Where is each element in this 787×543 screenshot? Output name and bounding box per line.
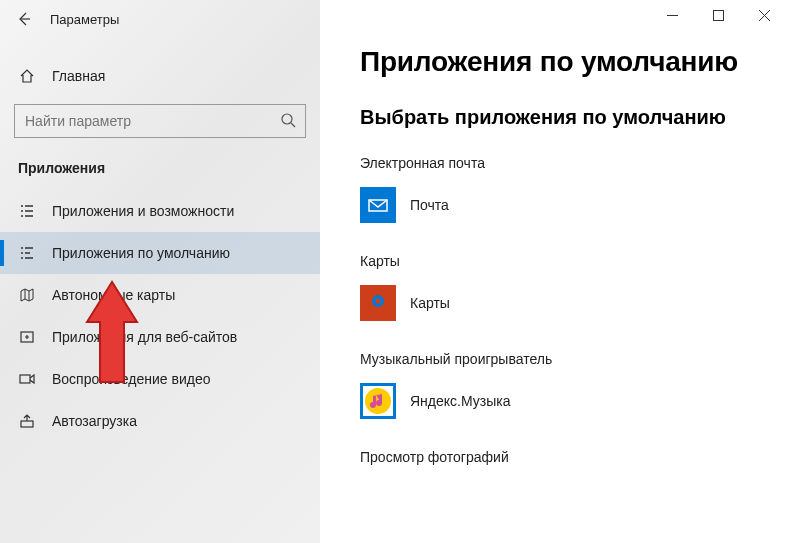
sidebar-section-label: Приложения: [0, 138, 320, 190]
search-container: [14, 104, 306, 138]
search-icon: [280, 112, 296, 132]
sidebar-item-startup[interactable]: Автозагрузка: [0, 400, 320, 442]
sidebar-item-label: Воспроизведение видео: [52, 371, 210, 387]
window-controls: [649, 0, 787, 30]
svg-point-0: [282, 114, 292, 124]
svg-point-8: [376, 299, 381, 304]
map-icon: [18, 286, 36, 304]
default-app-email[interactable]: Почта: [360, 183, 449, 227]
back-button[interactable]: [10, 5, 38, 33]
maps-icon: [360, 285, 396, 321]
app-name: Карты: [410, 295, 450, 311]
sidebar-item-offline-maps[interactable]: Автономные карты: [0, 274, 320, 316]
open-icon: [18, 328, 36, 346]
default-app-music[interactable]: Яндекс.Музыка: [360, 379, 511, 423]
page-heading: Приложения по умолчанию: [360, 46, 747, 78]
home-icon: [18, 68, 36, 84]
home-nav[interactable]: Главная: [0, 60, 320, 92]
maximize-button[interactable]: [695, 0, 741, 30]
sidebar: Параметры Главная Приложения Приложения …: [0, 0, 320, 543]
home-label: Главная: [52, 68, 105, 84]
svg-rect-3: [21, 421, 33, 427]
app-name: Яндекс.Музыка: [410, 393, 511, 409]
app-name: Почта: [410, 197, 449, 213]
default-app-maps[interactable]: Карты: [360, 281, 450, 325]
svg-rect-2: [20, 375, 30, 383]
sidebar-item-label: Приложения и возможности: [52, 203, 234, 219]
search-input[interactable]: [14, 104, 306, 138]
page-subheading: Выбрать приложения по умолчанию: [360, 106, 747, 129]
category-label-email: Электронная почта: [360, 155, 747, 171]
sidebar-item-video-playback[interactable]: Воспроизведение видео: [0, 358, 320, 400]
sidebar-item-default-apps[interactable]: Приложения по умолчанию: [0, 232, 320, 274]
category-label-maps: Карты: [360, 253, 747, 269]
startup-icon: [18, 412, 36, 430]
arrow-left-icon: [16, 11, 32, 27]
music-icon: [360, 383, 396, 419]
list-icon: [18, 202, 36, 220]
sidebar-item-apps-features[interactable]: Приложения и возможности: [0, 190, 320, 232]
defaults-icon: [18, 244, 36, 262]
svg-rect-10: [713, 10, 723, 20]
main-content: Приложения по умолчанию Выбрать приложен…: [320, 0, 787, 543]
close-button[interactable]: [741, 0, 787, 30]
sidebar-item-label: Автономные карты: [52, 287, 175, 303]
maximize-icon: [713, 10, 724, 21]
sidebar-item-label: Автозагрузка: [52, 413, 137, 429]
close-icon: [759, 10, 770, 21]
minimize-icon: [667, 10, 678, 21]
category-label-music: Музыкальный проигрыватель: [360, 351, 747, 367]
sidebar-item-label: Приложения по умолчанию: [52, 245, 230, 261]
titlebar: Параметры: [0, 0, 320, 38]
category-label-photos: Просмотр фотографий: [360, 449, 747, 465]
video-icon: [18, 370, 36, 388]
mail-icon: [360, 187, 396, 223]
sidebar-item-label: Приложения для веб-сайтов: [52, 329, 237, 345]
minimize-button[interactable]: [649, 0, 695, 30]
window-title: Параметры: [50, 12, 119, 27]
sidebar-item-apps-websites[interactable]: Приложения для веб-сайтов: [0, 316, 320, 358]
